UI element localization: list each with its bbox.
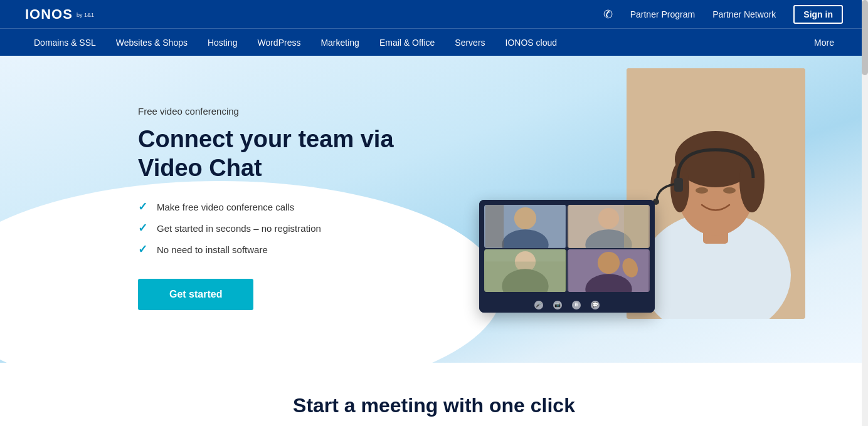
check-icon-1: ✓ bbox=[138, 200, 149, 214]
svg-rect-22 bbox=[485, 261, 565, 292]
video-controls: 🎤 📷 🖥 💬 bbox=[479, 297, 655, 313]
scrollbar[interactable] bbox=[862, 0, 868, 426]
svg-point-16 bbox=[598, 208, 619, 229]
feature-text-1: Make free video conference calls bbox=[157, 202, 294, 212]
video-call-ui: 🎤 📷 🖥 💬 bbox=[479, 200, 655, 313]
nav-domains-ssl[interactable]: Domains & SSL bbox=[25, 31, 105, 54]
feature-item-3: ✓ No need to install software bbox=[138, 242, 394, 256]
svg-point-8 bbox=[723, 187, 736, 194]
nav-email-office[interactable]: Email & Office bbox=[371, 31, 443, 54]
phone-icon: ✆ bbox=[603, 8, 613, 21]
nav-more[interactable]: More bbox=[805, 31, 843, 54]
hero-images: 🎤 📷 🖥 💬 bbox=[479, 68, 805, 338]
check-icon-3: ✓ bbox=[138, 242, 149, 256]
video-cell-4 bbox=[568, 249, 650, 293]
get-started-button[interactable]: Get started bbox=[138, 279, 253, 310]
feature-text-3: No need to install software bbox=[157, 244, 268, 255]
main-navigation: Domains & SSL Websites & Shops Hosting W… bbox=[0, 28, 868, 56]
feature-text-2: Get started in seconds – no registration bbox=[157, 223, 321, 234]
hero-section: Free video conferencing Connect your tea… bbox=[0, 56, 868, 363]
feature-item-1: ✓ Make free video conference calls bbox=[138, 200, 394, 214]
camera-icon[interactable]: 📷 bbox=[553, 301, 562, 309]
logo: IONOS by 1&1 bbox=[25, 6, 94, 23]
hero-content: Free video conferencing Connect your tea… bbox=[138, 93, 394, 310]
svg-point-7 bbox=[696, 187, 708, 194]
video-cell-2 bbox=[568, 205, 650, 248]
svg-rect-18 bbox=[624, 205, 648, 248]
svg-point-24 bbox=[598, 251, 620, 273]
video-cell-1 bbox=[484, 205, 566, 248]
svg-point-12 bbox=[514, 207, 536, 229]
top-nav: ✆ Partner Program Partner Network Sign i… bbox=[603, 5, 843, 24]
nav-servers[interactable]: Servers bbox=[446, 31, 494, 54]
logo-text: IONOS bbox=[25, 6, 73, 23]
partner-network-link[interactable]: Partner Network bbox=[712, 9, 776, 19]
logo-sub: by 1&1 bbox=[77, 12, 94, 18]
hero-subtitle: Free video conferencing bbox=[138, 106, 394, 117]
check-icon-2: ✓ bbox=[138, 221, 149, 235]
svg-rect-14 bbox=[485, 205, 504, 248]
hero-title: Connect your team viaVideo Chat bbox=[138, 125, 394, 182]
screen-icon[interactable]: 🖥 bbox=[572, 301, 581, 309]
video-cell-3 bbox=[484, 249, 566, 293]
nav-wordpress[interactable]: WordPress bbox=[248, 31, 309, 54]
sign-in-button[interactable]: Sign in bbox=[793, 5, 843, 24]
nav-ionos-cloud[interactable]: IONOS cloud bbox=[497, 31, 566, 54]
scrollbar-thumb[interactable] bbox=[862, 0, 868, 75]
nav-marketing[interactable]: Marketing bbox=[312, 31, 368, 54]
bottom-section: Start a meeting with one click Web confe… bbox=[0, 363, 868, 426]
top-bar: IONOS by 1&1 ✆ Partner Program Partner N… bbox=[0, 0, 868, 28]
nav-hosting[interactable]: Hosting bbox=[199, 31, 246, 54]
svg-point-5 bbox=[739, 150, 765, 212]
chat-icon[interactable]: 💬 bbox=[591, 301, 600, 309]
feature-item-2: ✓ Get started in seconds – no registrati… bbox=[138, 221, 394, 235]
partner-program-link[interactable]: Partner Program bbox=[630, 9, 695, 19]
bottom-title: Start a meeting with one click bbox=[13, 394, 855, 417]
svg-rect-9 bbox=[674, 178, 683, 192]
video-grid bbox=[479, 200, 655, 297]
mic-icon[interactable]: 🎤 bbox=[534, 301, 543, 309]
nav-websites-shops[interactable]: Websites & Shops bbox=[107, 31, 196, 54]
feature-list: ✓ Make free video conference calls ✓ Get… bbox=[138, 200, 394, 256]
